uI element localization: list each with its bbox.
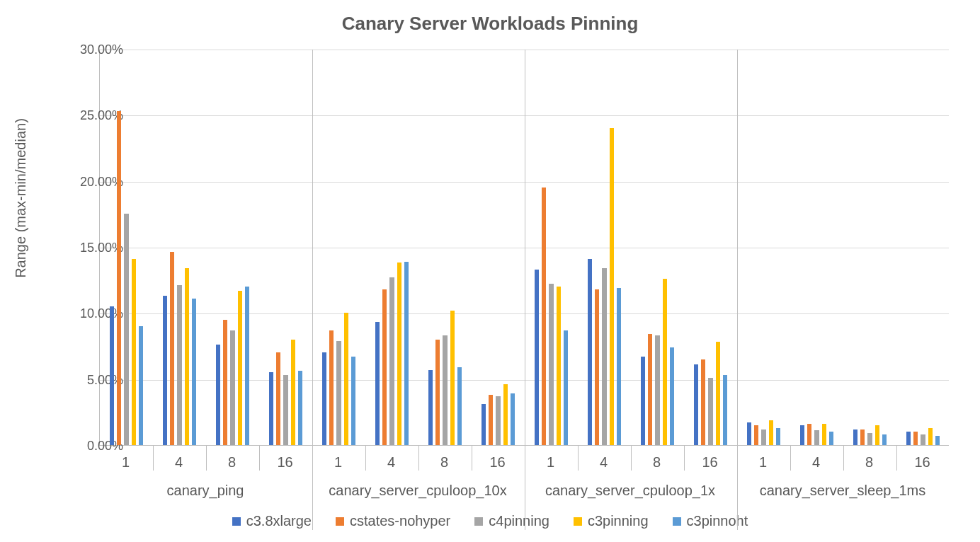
- bar: [542, 188, 547, 445]
- x-sub-label: 16: [489, 454, 505, 471]
- group-divider: [312, 50, 313, 530]
- bar: [276, 352, 281, 445]
- legend: c3.8xlargecstates-nohyperc4pinningc3pinn…: [0, 513, 980, 529]
- bar: [124, 214, 129, 445]
- bar: [110, 306, 115, 445]
- subgroup-divider: [790, 446, 791, 471]
- x-sub-label: 16: [914, 454, 930, 471]
- legend-label: c3.8xlarge: [246, 513, 312, 529]
- subgroup-divider: [578, 446, 579, 471]
- legend-label: c3pinnoht: [687, 513, 748, 529]
- x-sub-label: 1: [759, 454, 767, 471]
- subgroup-divider: [418, 446, 419, 471]
- bar: [921, 434, 925, 445]
- bar: [457, 367, 462, 445]
- x-group-label: canary_server_cpuloop_1x: [545, 483, 715, 499]
- bar: [132, 259, 137, 445]
- bar: [298, 371, 303, 445]
- bar: [482, 404, 486, 445]
- bar: [238, 291, 243, 445]
- x-sub-label: 4: [387, 454, 395, 471]
- x-sub-label: 8: [865, 454, 873, 471]
- bar: [177, 285, 182, 445]
- legend-item: c3pinning: [574, 513, 649, 529]
- bar: [829, 432, 834, 445]
- x-sub-label: 1: [122, 454, 130, 471]
- bar: [216, 345, 221, 445]
- bar: [185, 268, 190, 445]
- bar: [351, 357, 356, 445]
- bar: [602, 268, 607, 445]
- bar: [822, 424, 827, 445]
- x-sub-label: 8: [440, 454, 448, 471]
- subgroup-divider: [365, 446, 366, 471]
- bar: [860, 429, 865, 445]
- bar: [139, 326, 144, 445]
- bar: [223, 320, 228, 445]
- bar: [663, 279, 668, 445]
- bar: [535, 270, 540, 445]
- bar: [853, 429, 858, 445]
- bar: [694, 364, 699, 445]
- chart-container: Canary Server Workloads Pinning Range (m…: [0, 0, 980, 542]
- bar: [655, 335, 660, 445]
- bar: [595, 289, 600, 445]
- bar: [336, 341, 341, 445]
- legend-item: cstates-nohyper: [336, 513, 450, 529]
- subgroup-divider: [153, 446, 154, 471]
- bar: [701, 359, 706, 445]
- bar: [344, 313, 349, 445]
- bar: [723, 375, 728, 445]
- bar: [641, 357, 646, 445]
- legend-swatch-icon: [574, 517, 582, 526]
- legend-label: c4pinning: [489, 513, 549, 529]
- bar: [117, 111, 122, 445]
- bar: [404, 262, 409, 445]
- legend-swatch-icon: [336, 517, 344, 526]
- legend-swatch-icon: [232, 517, 241, 526]
- subgroup-divider: [843, 446, 844, 471]
- x-sub-label: 1: [547, 454, 554, 471]
- legend-label: cstates-nohyper: [350, 513, 450, 529]
- bar: [428, 370, 433, 445]
- bar: [761, 429, 766, 445]
- bar: [230, 330, 235, 445]
- group-divider: [737, 50, 738, 530]
- x-group-label: canary_ping: [167, 483, 244, 499]
- legend-label: c3pinning: [588, 513, 649, 529]
- bar: [503, 384, 508, 445]
- bar: [670, 347, 675, 445]
- bar: [776, 428, 781, 445]
- bar: [588, 259, 593, 445]
- bar: [807, 424, 812, 445]
- subgroup-divider: [259, 446, 260, 471]
- x-sub-label: 4: [812, 454, 820, 471]
- legend-swatch-icon: [673, 517, 681, 526]
- bar: [935, 436, 940, 445]
- bar: [170, 252, 175, 445]
- bar: [329, 330, 334, 445]
- bar: [708, 378, 713, 445]
- bar: [648, 334, 653, 445]
- bar: [800, 425, 805, 445]
- bar: [382, 289, 387, 445]
- x-sub-label: 8: [653, 454, 661, 471]
- plot-area: [99, 50, 949, 446]
- x-sub-label: 4: [175, 454, 183, 471]
- bar: [549, 284, 554, 445]
- chart-title: Canary Server Workloads Pinning: [0, 13, 980, 35]
- bar: [617, 288, 622, 445]
- bar: [192, 299, 197, 445]
- group-divider: [525, 50, 525, 530]
- subgroup-divider: [472, 446, 472, 471]
- bar: [882, 434, 887, 445]
- bar: [610, 128, 615, 445]
- bar: [814, 430, 819, 445]
- bar: [557, 287, 562, 445]
- bar: [283, 375, 288, 445]
- x-sub-label: 16: [277, 454, 292, 471]
- bar: [913, 432, 918, 445]
- subgroup-divider: [684, 446, 685, 471]
- bar: [245, 287, 250, 445]
- bar: [875, 425, 880, 445]
